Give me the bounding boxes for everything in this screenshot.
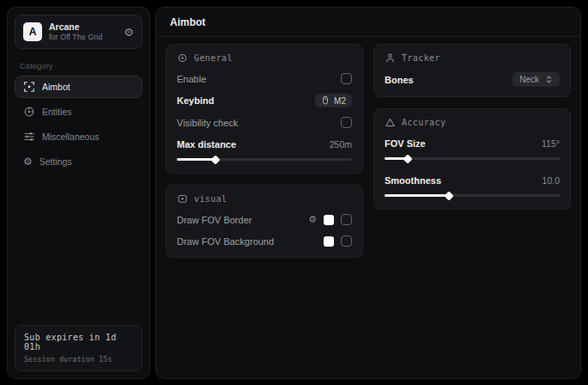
- crosshair-icon: [23, 81, 35, 93]
- max-distance-value: 250m: [330, 139, 352, 150]
- general-card-title: General: [194, 53, 233, 63]
- right-column: Tracker Bones Neck: [373, 44, 571, 210]
- app-logo-card: A Arcane for Off The Grid ⚙: [15, 15, 142, 49]
- slider-fill: [177, 158, 215, 161]
- draw-fov-border-label: Draw FOV Border: [177, 215, 252, 225]
- app-subtitle: for Off The Grid: [49, 33, 117, 42]
- visual-card: visual Draw FOV Border ⚙ Draw FOV Backgr…: [166, 185, 363, 258]
- general-card: General Enable Keybind M2: [166, 44, 363, 174]
- general-card-header: General: [177, 52, 352, 64]
- fov-size-slider[interactable]: [385, 155, 560, 162]
- mouse-icon: [321, 95, 330, 106]
- fov-size-label: FOV Size: [385, 138, 426, 149]
- accuracy-icon: [385, 117, 396, 128]
- smoothness-row: Smoothness 10.0: [385, 174, 560, 186]
- draw-fov-background-label: Draw FOV Background: [177, 236, 274, 247]
- draw-fov-background-checkbox[interactable]: [341, 235, 352, 247]
- target-icon: [177, 52, 188, 64]
- fov-background-color-swatch[interactable]: [324, 236, 334, 247]
- fov-border-settings-gear-icon[interactable]: ⚙: [308, 215, 317, 224]
- slider-thumb[interactable]: [403, 154, 412, 163]
- subscription-info-card: Sub expires in 1d 01h Session duration 1…: [15, 325, 142, 371]
- tracker-icon: [385, 52, 396, 64]
- visual-card-header: visual: [177, 193, 352, 205]
- fov-size-value: 115°: [542, 138, 560, 149]
- accuracy-card-title: Accuracy: [402, 118, 446, 127]
- slider-fill: [385, 194, 449, 197]
- settings-gear-icon[interactable]: ⚙: [124, 27, 134, 38]
- max-distance-slider[interactable]: [177, 156, 352, 163]
- main-body: General Enable Keybind M2: [156, 37, 580, 265]
- slider-thumb[interactable]: [210, 155, 220, 164]
- keybind-badge[interactable]: M2: [315, 94, 352, 107]
- smoothness-value: 10.0: [543, 175, 560, 186]
- sidebar-item-aimbot[interactable]: Aimbot: [15, 76, 142, 98]
- sidebar-item-miscellaneous[interactable]: Miscellaneous: [15, 125, 142, 148]
- enable-label: Enable: [177, 74, 206, 84]
- bones-row: Bones Neck: [385, 72, 560, 87]
- sidebar: A Arcane for Off The Grid ⚙ Category Aim…: [7, 7, 150, 379]
- sidebar-item-label: Miscellaneous: [42, 131, 100, 142]
- draw-fov-border-row: Draw FOV Border ⚙: [177, 213, 352, 226]
- radar-icon: [23, 106, 35, 118]
- visual-icon: [177, 193, 188, 205]
- left-column: General Enable Keybind M2: [166, 44, 363, 258]
- smoothness-slider[interactable]: [385, 192, 560, 199]
- keybind-label: Keybind: [177, 95, 214, 106]
- sidebar-item-label: Entities: [42, 107, 71, 117]
- max-distance-label: Max distance: [177, 139, 236, 150]
- accuracy-card-header: Accuracy: [385, 117, 560, 128]
- sub-expires-text: Sub expires in 1d 01h: [24, 333, 133, 351]
- visibility-check-row: Visibility check: [177, 116, 352, 129]
- sidebar-item-label: Aimbot: [42, 82, 70, 92]
- draw-fov-border-checkbox[interactable]: [341, 214, 352, 225]
- bones-label: Bones: [385, 75, 414, 85]
- smoothness-label: Smoothness: [385, 175, 441, 186]
- main-panel: Aimbot General Enable Keybind: [155, 7, 581, 379]
- sidebar-item-settings[interactable]: ⚙ Settings: [15, 150, 142, 173]
- max-distance-row: Max distance 250m: [177, 138, 352, 150]
- gear-icon: ⚙: [23, 156, 33, 167]
- page-title: Aimbot: [170, 16, 567, 28]
- main-header: Aimbot: [156, 8, 580, 37]
- session-duration-text: Session duration 15s: [24, 355, 133, 364]
- draw-fov-background-controls: [324, 235, 352, 247]
- app-name: Arcane: [49, 21, 117, 33]
- bones-value: Neck: [519, 75, 539, 84]
- app-logo: A: [23, 22, 42, 41]
- visibility-check-label: Visibility check: [177, 118, 238, 128]
- draw-fov-border-controls: ⚙: [308, 214, 352, 225]
- sliders-icon: [23, 131, 35, 143]
- keybind-row: Keybind M2: [177, 94, 352, 107]
- enable-row: Enable: [177, 72, 352, 85]
- unfold-icon: [545, 75, 553, 84]
- enable-checkbox[interactable]: [341, 73, 352, 84]
- tracker-card: Tracker Bones Neck: [373, 44, 571, 97]
- keybind-value: M2: [334, 96, 346, 106]
- visual-card-title: visual: [194, 194, 227, 204]
- slider-thumb[interactable]: [445, 191, 454, 200]
- tracker-card-title: Tracker: [402, 53, 440, 63]
- draw-fov-background-row: Draw FOV Background: [177, 235, 352, 248]
- fov-size-row: FOV Size 115°: [385, 137, 560, 150]
- category-label: Category: [20, 61, 142, 70]
- app-title-block: Arcane for Off The Grid: [49, 21, 117, 42]
- accuracy-card: Accuracy FOV Size 115° Smoothness 10.0: [373, 108, 571, 210]
- fov-border-color-swatch[interactable]: [324, 215, 334, 225]
- visibility-check-checkbox[interactable]: [341, 117, 352, 128]
- sidebar-item-label: Settings: [39, 156, 72, 167]
- sidebar-item-entities[interactable]: Entities: [15, 101, 142, 123]
- bones-select[interactable]: Neck: [512, 72, 560, 87]
- tracker-card-header: Tracker: [385, 52, 560, 64]
